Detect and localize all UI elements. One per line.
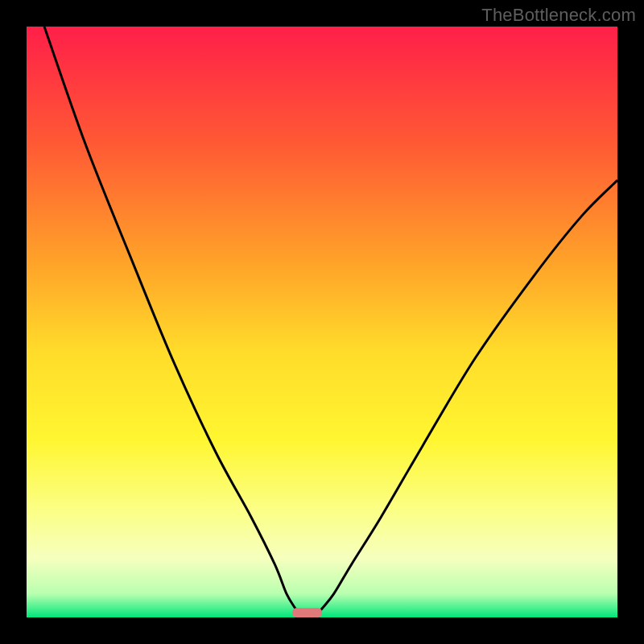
minimum-marker — [292, 608, 322, 617]
plot-area — [27, 27, 617, 617]
gradient-background — [27, 27, 617, 617]
chart-frame: TheBottleneck.com — [0, 0, 644, 644]
watermark-text: TheBottleneck.com — [481, 5, 636, 26]
chart-svg — [27, 27, 617, 617]
